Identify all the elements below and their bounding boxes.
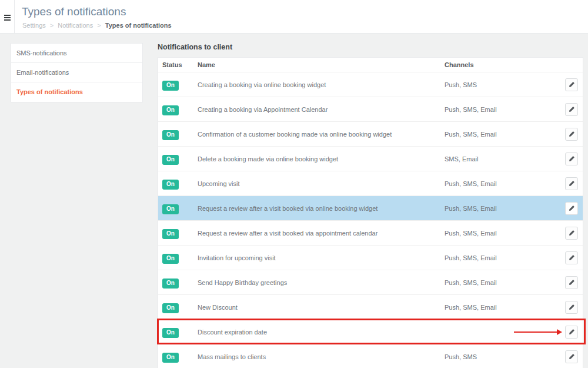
- table-row[interactable]: On Send Happy Birthday greetings Push, S…: [158, 270, 583, 294]
- edit-button[interactable]: [565, 301, 578, 314]
- notification-channels: Push, SMS, Email: [445, 230, 562, 237]
- status-badge[interactable]: On: [162, 204, 179, 214]
- column-header-status: Status: [158, 61, 198, 68]
- edit-button[interactable]: [565, 202, 578, 215]
- edit-button[interactable]: [565, 227, 578, 240]
- sidebar-item-email-notifications[interactable]: Email-notifications: [11, 63, 142, 82]
- pencil-icon: [569, 353, 575, 360]
- sidebar-item-types-of-notifications[interactable]: Types of notifications: [11, 82, 142, 102]
- notification-name: Invitation for upcoming visit: [198, 254, 445, 261]
- breadcrumb-notifications[interactable]: Notifications: [58, 22, 93, 29]
- status-badge[interactable]: On: [162, 130, 179, 140]
- notification-name: Confirmation of a customer booking made …: [198, 131, 445, 138]
- breadcrumb-separator: >: [97, 22, 101, 29]
- annotation-arrow-icon: [514, 329, 562, 335]
- notification-channels: Push, SMS, Email: [445, 106, 562, 113]
- edit-button[interactable]: [565, 251, 578, 264]
- status-badge[interactable]: On: [162, 303, 179, 313]
- status-badge[interactable]: On: [162, 328, 179, 338]
- table-row[interactable]: On Invitation for upcoming visit Push, S…: [158, 245, 583, 270]
- notification-channels: Push, SMS, Email: [445, 304, 562, 311]
- hamburger-icon: [4, 15, 11, 22]
- section-title: Notifications to client: [158, 43, 583, 52]
- table-row[interactable]: On New Discount Push, SMS, Email: [158, 294, 583, 319]
- top-header: Types of notifications Settings > Notifi…: [0, 0, 588, 34]
- column-header-channels: Channels: [445, 61, 562, 68]
- notification-name: Delete a booking made via online booking…: [198, 155, 445, 163]
- notification-name: Send Happy Birthday greetings: [198, 279, 445, 286]
- pencil-icon: [569, 180, 575, 187]
- edit-button[interactable]: [565, 103, 578, 116]
- main-content: Notifications to client Status Name Chan…: [158, 43, 583, 368]
- edit-button[interactable]: [565, 78, 578, 91]
- status-badge[interactable]: On: [162, 105, 179, 115]
- status-badge[interactable]: On: [162, 254, 179, 264]
- notification-channels: Push, SMS, Email: [445, 180, 562, 187]
- pencil-icon: [569, 205, 575, 211]
- page-title: Types of notifications: [22, 5, 126, 18]
- notification-name: Upcoming visit: [198, 180, 445, 187]
- pencil-icon: [569, 81, 575, 88]
- notification-name: Discount expiration date: [198, 329, 445, 336]
- notification-channels: Push, SMS, Email: [445, 131, 562, 138]
- table-row[interactable]: On Creating a booking via Appointment Ca…: [158, 97, 583, 121]
- table-body: On Creating a booking via online booking…: [158, 72, 583, 368]
- pencil-icon: [569, 131, 575, 137]
- pencil-icon: [569, 329, 575, 335]
- edit-button[interactable]: [565, 128, 578, 141]
- pencil-icon: [569, 155, 575, 162]
- menu-toggle[interactable]: [0, 0, 15, 33]
- table-row[interactable]: On Request a review after a visit booked…: [158, 195, 583, 220]
- status-badge[interactable]: On: [162, 81, 179, 91]
- notification-name: Request a review after a visit booked vi…: [198, 230, 445, 237]
- edit-button[interactable]: [565, 350, 578, 363]
- notification-name: Mass mailings to clients: [198, 353, 445, 360]
- table-row[interactable]: On Upcoming visit Push, SMS, Email: [158, 171, 583, 195]
- pencil-icon: [569, 304, 575, 310]
- pencil-icon: [569, 254, 575, 261]
- notifications-table: Status Name Channels On Creating a booki…: [158, 57, 583, 368]
- notification-name: New Discount: [198, 304, 445, 311]
- pencil-icon: [569, 230, 575, 236]
- settings-sidebar: SMS-notifications Email-notifications Ty…: [11, 43, 143, 102]
- notification-channels: Push, SMS, Email: [445, 254, 562, 261]
- breadcrumb-settings[interactable]: Settings: [22, 22, 46, 29]
- table-header-row: Status Name Channels: [158, 58, 583, 72]
- status-badge[interactable]: On: [162, 180, 179, 190]
- notification-channels: SMS, Email: [445, 155, 562, 163]
- notification-channels: Push, SMS: [445, 353, 562, 360]
- notification-name: Creating a booking via Appointment Calen…: [198, 106, 445, 113]
- status-badge[interactable]: On: [162, 279, 179, 289]
- table-row[interactable]: On Confirmation of a customer booking ma…: [158, 121, 583, 146]
- table-row[interactable]: On Mass mailings to clients Push, SMS: [158, 344, 583, 368]
- notification-name: Creating a booking via online booking wi…: [198, 81, 445, 88]
- status-badge[interactable]: On: [162, 353, 179, 363]
- breadcrumb-current: Types of notifications: [105, 22, 172, 29]
- edit-button[interactable]: [565, 276, 578, 289]
- notification-channels: Push, SMS: [445, 81, 562, 88]
- breadcrumb: Settings > Notifications > Types of noti…: [22, 22, 172, 29]
- pencil-icon: [569, 279, 575, 286]
- edit-button[interactable]: [565, 326, 578, 339]
- notification-name: Request a review after a visit booked vi…: [198, 205, 445, 212]
- sidebar-item-sms-notifications[interactable]: SMS-notifications: [11, 44, 142, 63]
- status-badge[interactable]: On: [162, 229, 179, 239]
- breadcrumb-separator: >: [50, 22, 54, 29]
- table-row[interactable]: On Discount expiration date: [158, 319, 583, 344]
- edit-button[interactable]: [565, 152, 578, 165]
- notification-channels: Push, SMS, Email: [445, 205, 562, 212]
- status-badge[interactable]: On: [162, 155, 179, 165]
- column-header-name: Name: [198, 61, 445, 68]
- table-row[interactable]: On Creating a booking via online booking…: [158, 72, 583, 97]
- pencil-icon: [569, 106, 575, 112]
- notification-channels: Push, SMS, Email: [445, 279, 562, 286]
- edit-button[interactable]: [565, 177, 578, 190]
- table-row[interactable]: On Request a review after a visit booked…: [158, 220, 583, 245]
- table-row[interactable]: On Delete a booking made via online book…: [158, 146, 583, 171]
